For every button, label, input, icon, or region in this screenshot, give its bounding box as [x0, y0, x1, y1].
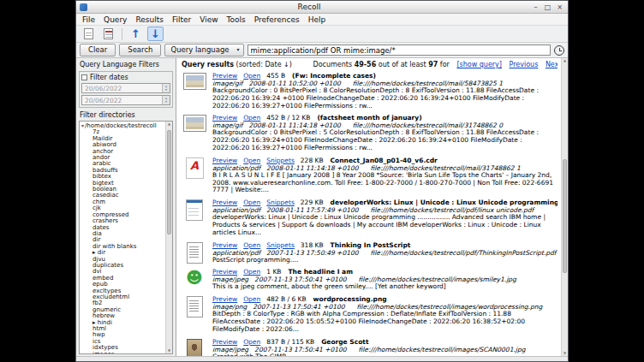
result-links: PreviewOpen	[212, 72, 266, 80]
preview-link[interactable]: Preview	[212, 338, 237, 346]
results-table-button[interactable]	[100, 27, 116, 41]
spinner-arrows[interactable]: ▴▾	[162, 96, 170, 104]
menu-help[interactable]: Help	[304, 15, 331, 24]
menu-filter[interactable]: Filter	[168, 15, 195, 24]
menu-tools[interactable]: Tools	[223, 15, 250, 24]
result-size: 228 KB	[301, 157, 324, 164]
spin-down-icon[interactable]: ▾	[165, 100, 167, 104]
result-title: The headline I am	[288, 268, 352, 276]
preview-link[interactable]: Preview	[212, 268, 237, 276]
open-link[interactable]: Open	[243, 295, 260, 303]
open-link[interactable]: Open	[243, 338, 260, 346]
results-scrollbar-thumb[interactable]	[563, 159, 567, 272]
result-size: 482 B / 6 KB	[266, 295, 306, 303]
result-size: 229 KB	[301, 199, 324, 206]
open-link[interactable]: Open	[243, 268, 260, 276]
history-clock-icon[interactable]	[554, 45, 564, 56]
result-title: George Scott	[321, 338, 368, 346]
results-scrollbar[interactable]: ▲ ▼	[561, 58, 568, 356]
result-abstract: BackgroundColor : 0 BitsPerPixel : 5 Col…	[212, 129, 558, 151]
open-link[interactable]: Open	[243, 72, 260, 80]
minimize-button[interactable]: –	[531, 3, 540, 12]
result-abstract: BackgroundColor : 0 BitsPerPixel : 8 Col…	[212, 87, 558, 110]
scroll-down-icon[interactable]: ▼	[562, 351, 568, 356]
search-mode-select[interactable]: Query language▾	[164, 44, 243, 56]
directory-tree[interactable]: ▾/home/dockes/testrecoll 7zMaildirabiwor…	[79, 121, 173, 354]
open-link[interactable]: Open	[243, 157, 260, 164]
preview-link[interactable]: Preview	[212, 199, 237, 206]
scroll-up-icon[interactable]: ▲	[562, 58, 568, 63]
close-button[interactable]: ×	[555, 3, 564, 12]
result-links: PreviewOpenSnippets	[212, 199, 301, 206]
result-item: PreviewOpenSnippets228 KBConnect_Jan08_p…	[182, 157, 558, 194]
preview-link[interactable]: Preview	[212, 72, 237, 80]
previous-page-link[interactable]: Previous	[510, 61, 539, 68]
snippets-link[interactable]: Snippets	[266, 157, 295, 164]
result-thumbnail-icon[interactable]	[182, 199, 207, 236]
preview-link[interactable]: Preview	[212, 157, 237, 164]
search-input[interactable]	[247, 45, 551, 56]
status-bar	[76, 356, 568, 361]
sort-newest-first-button[interactable]: ↓	[147, 27, 164, 41]
filter-dates-row[interactable]: Filter dates	[81, 74, 170, 81]
expand-arrow-icon[interactable]: ▾	[81, 122, 84, 128]
maximize-button[interactable]: □	[543, 3, 552, 12]
menu-preferences[interactable]: Preferences	[250, 15, 304, 24]
title-bar[interactable]: Recoll – □ ×	[76, 1, 568, 14]
preview-link[interactable]: Preview	[212, 295, 237, 303]
result-url: file:///home/dockes/testrecoll/images/SC…	[359, 346, 526, 353]
menu-view[interactable]: View	[195, 15, 222, 24]
result-title: (factsheet month of january)	[317, 114, 421, 122]
result-thumbnail-icon[interactable]	[182, 268, 207, 291]
toolbar: ↑ ↓	[76, 26, 568, 43]
result-links: PreviewOpen	[212, 338, 266, 346]
result-links: PreviewOpen	[212, 268, 266, 276]
results-list: PreviewOpen455 B(Fw: Incomplete cases) i…	[182, 72, 558, 356]
date-from-spinner[interactable]: 20/06/2022 ▴▾	[81, 83, 170, 93]
preview-link[interactable]: Preview	[212, 114, 237, 122]
sort-note: (sorted: Date ↓)	[236, 61, 292, 68]
show-query-details-button[interactable]	[80, 27, 97, 41]
show-query-link[interactable]: [show query]	[456, 61, 502, 68]
result-size: 837 B / 115 KB	[266, 338, 314, 346]
results-header: Query results (sorted: Date ↓) Documents…	[182, 61, 558, 68]
search-button[interactable]: Search	[119, 44, 161, 56]
result-thumbnail-icon[interactable]	[182, 72, 207, 110]
result-links: PreviewOpenSnippets	[212, 157, 301, 164]
menu-results[interactable]: Results	[131, 15, 168, 24]
tree-scrollbar-thumb[interactable]	[167, 130, 171, 234]
date-from-value: 20/06/2022	[85, 85, 122, 92]
result-title: wordprocessing.png	[313, 295, 387, 303]
menu-file[interactable]: File	[78, 15, 99, 24]
scroll-down-icon[interactable]: ▼	[166, 348, 172, 353]
result-thumbnail-icon[interactable]	[182, 114, 207, 151]
menu-query[interactable]: Query	[99, 15, 131, 24]
filter-dates-checkbox[interactable]	[81, 74, 87, 80]
filter-dates-label: Filter dates	[90, 74, 128, 81]
preview-link[interactable]: Preview	[212, 241, 237, 249]
next-page-link[interactable]: Next	[546, 61, 558, 68]
date-to-spinner[interactable]: 20/06/2022 ▴▾	[81, 95, 170, 105]
result-links: PreviewOpen	[212, 295, 266, 303]
sort-oldest-first-button[interactable]: ↑	[128, 27, 144, 41]
snippets-link[interactable]: Snippets	[266, 241, 295, 249]
result-thumbnail-icon[interactable]	[182, 241, 207, 264]
tree-scrollbar[interactable]: ▲ ▼	[165, 122, 172, 353]
spin-down-icon[interactable]: ▾	[165, 88, 167, 92]
window-title: Recoll	[90, 3, 528, 11]
spinner-arrows[interactable]: ▴▾	[162, 84, 170, 92]
result-thumbnail-icon[interactable]	[182, 295, 207, 333]
result-thumbnail-icon[interactable]	[182, 338, 207, 356]
open-link[interactable]: Open	[243, 241, 260, 249]
tree-item[interactable]: images	[81, 352, 164, 354]
result-thumbnail-icon[interactable]	[182, 157, 207, 194]
clear-button[interactable]: Clear	[80, 44, 116, 56]
scroll-up-icon[interactable]: ▲	[166, 122, 172, 127]
snippets-link[interactable]: Snippets	[266, 199, 295, 206]
date-filter-group: Filter dates 20/06/2022 ▴▾ 20/06/2022 ▴▾	[79, 71, 173, 108]
open-link[interactable]: Open	[243, 199, 260, 206]
results-area: Query results (sorted: Date ↓) Documents…	[176, 58, 568, 356]
result-item: PreviewOpen837 B / 115 KBGeorge Scott im…	[182, 338, 558, 356]
menu-bar: FileQueryResultsFilterViewToolsPreferenc…	[76, 14, 568, 26]
open-link[interactable]: Open	[243, 114, 260, 122]
